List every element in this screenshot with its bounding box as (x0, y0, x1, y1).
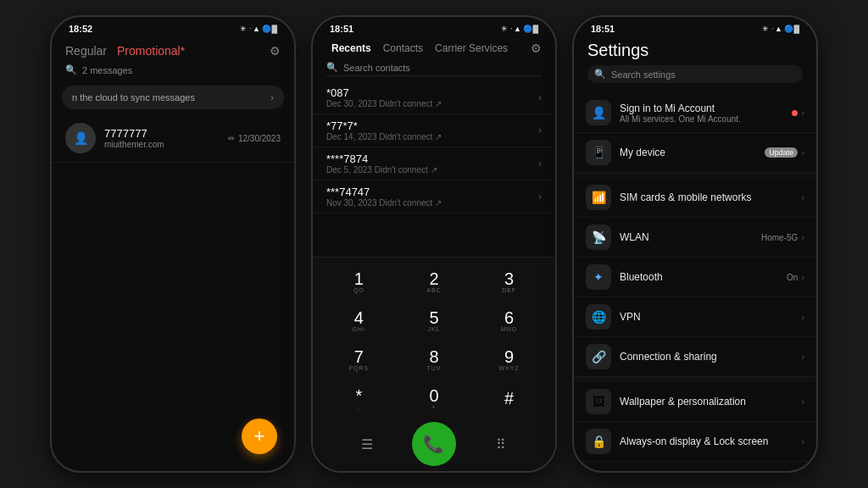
message-date: ✏ 12/30/2023 (228, 134, 281, 143)
bluetooth-icon: ✦ (586, 264, 611, 290)
call-date: Nov 30, 2023 Didn't connect ↗ (326, 198, 538, 208)
time-2: 18:51 (330, 24, 353, 34)
lockscreen-name: Always-on display & Lock screen (620, 435, 801, 447)
settings-sim-info: SIM cards & mobile networks (620, 191, 801, 203)
messages-content: Regular Promotional* ⚙ 🔍 2 messages n th… (52, 37, 294, 471)
pencil-icon: ✏ (228, 134, 235, 143)
call-arrow: › (538, 92, 542, 103)
settings-account-info: Sign in to Mi Account All Mi services. O… (620, 103, 792, 124)
list-item[interactable]: 👤 7777777 miuithemer.com ✏ 12/30/2023 (52, 114, 294, 163)
search-icon-dialer: 🔍 (326, 62, 338, 73)
call-number: *77*7* (326, 119, 538, 132)
status-icons-3: ✳ ᐧ ▲ 🔵▓ (762, 25, 799, 33)
account-sub: All Mi services. One Mi Account. (620, 114, 792, 124)
key-1[interactable]: 1QO (330, 263, 387, 300)
key-5[interactable]: 5JKL (405, 302, 463, 339)
settings-wallpaper-info: Wallpaper & personalization (620, 396, 801, 408)
settings-item-bluetooth[interactable]: ✦ Bluetooth On › (574, 258, 816, 297)
settings-item-mi-account[interactable]: 👤 Sign in to Mi Account All Mi services.… (574, 93, 816, 133)
messages-tabs: Regular Promotional* ⚙ (65, 44, 281, 58)
tab-contacts[interactable]: Contacts (378, 41, 428, 56)
key-4[interactable]: 4GHI (330, 302, 387, 339)
wlan-right: Home-5G › (761, 232, 804, 242)
connection-right: › (801, 352, 804, 362)
key-0[interactable]: 0+ (405, 380, 463, 417)
vpn-icon: 🌐 (586, 304, 611, 330)
settings-list: 👤 Sign in to Mi Account All Mi services.… (574, 93, 816, 471)
contact-name: 7777777 (104, 127, 228, 140)
call-arrow: › (538, 158, 542, 169)
chevron-right-icon: › (801, 232, 804, 242)
settings-wlan-info: WLAN (620, 231, 761, 243)
call-number: ****7874 (326, 152, 538, 165)
wlan-value: Home-5G (761, 233, 798, 242)
phone-settings: 18:51 ✳ ᐧ ▲ 🔵▓ Settings 🔍 Search setting… (572, 15, 818, 473)
menu-icon[interactable]: ☰ (338, 430, 396, 458)
status-icons-2: ✳ ᐧ ▲ 🔵▓ (501, 25, 538, 33)
messages-list: 👤 7777777 miuithemer.com ✏ 12/30/2023 (52, 114, 294, 471)
list-item[interactable]: *77*7* Dec 14, 2023 Didn't connect ↗ › (313, 114, 555, 147)
call-arrow: › (538, 191, 542, 202)
dialer-search[interactable]: 🔍 Search contacts (326, 59, 542, 76)
chevron-right-icon: › (801, 436, 804, 446)
account-name: Sign in to Mi Account (620, 103, 792, 114)
device-name: My device (620, 147, 765, 158)
dialer-content: Recents Contacts Carrier Services ⚙ 🔍 Se… (313, 37, 555, 471)
sync-text: n the cloud to sync messages (72, 92, 195, 103)
settings-search[interactable]: 🔍 Search settings (587, 65, 803, 83)
settings-item-wallpaper[interactable]: 🖼 Wallpaper & personalization › (574, 382, 816, 422)
key-3[interactable]: 3DEF (481, 263, 538, 300)
call-button[interactable]: 📞 (412, 422, 456, 466)
bluetooth-right: On › (787, 272, 804, 282)
tab-recents[interactable]: Recents (326, 41, 376, 56)
settings-title: Settings (587, 41, 803, 60)
list-item[interactable]: ***74747 Nov 30, 2023 Didn't connect ↗ › (313, 180, 555, 214)
call-number: ***74747 (326, 186, 538, 198)
sync-banner[interactable]: n the cloud to sync messages › (62, 86, 284, 109)
key-9[interactable]: 9WXYZ (481, 341, 538, 378)
gear-icon-dialer[interactable]: ⚙ (531, 42, 542, 55)
sync-arrow: › (270, 92, 274, 103)
call-arrow: › (538, 125, 542, 136)
settings-item-lockscreen[interactable]: 🔒 Always-on display & Lock screen › (574, 422, 816, 462)
dialpad: 1QO 2ABC 3DEF 4GHI 5JKL 6MNO 7PQRS 8TUV … (313, 258, 555, 471)
call-info: ***74747 Nov 30, 2023 Didn't connect ↗ (326, 186, 538, 208)
dialer-tabs: Recents Contacts Carrier Services ⚙ (326, 41, 542, 56)
key-star[interactable]: *, (330, 380, 387, 417)
dialpad-icon[interactable]: ⠿ (472, 430, 530, 458)
key-8[interactable]: 8TUV (405, 341, 463, 378)
notch-1 (139, 17, 207, 34)
call-number: *087 (326, 86, 538, 99)
list-item[interactable]: *087 Dec 30, 2023 Didn't connect ↗ › (313, 81, 555, 114)
notch-2 (400, 17, 468, 34)
key-7[interactable]: 7PQRS (330, 341, 387, 378)
sim-name: SIM cards & mobile networks (620, 191, 801, 203)
chevron-right-icon: › (801, 147, 804, 158)
compose-fab[interactable]: + (242, 419, 277, 454)
messages-count: 2 messages (82, 65, 132, 75)
settings-header: Settings 🔍 Search settings (574, 37, 816, 93)
avatar: 👤 (65, 123, 96, 153)
list-item[interactable]: ****7874 Dec 5, 2023 Didn't connect ↗ › (313, 147, 555, 180)
tab-carrier-services[interactable]: Carrier Services (430, 41, 513, 56)
key-hash[interactable]: # (481, 380, 538, 417)
chevron-right-icon: › (801, 352, 804, 362)
key-6[interactable]: 6MNO (481, 302, 538, 339)
settings-item-wlan[interactable]: 📡 WLAN Home-5G › (574, 218, 816, 258)
keypad-row-2: 4GHI 5JKL 6MNO (321, 302, 547, 339)
settings-item-connection[interactable]: 🔗 Connection & sharing › (574, 337, 816, 377)
recent-calls-list: *087 Dec 30, 2023 Didn't connect ↗ › *77… (313, 81, 555, 258)
contact-sub: miuithemer.com (104, 140, 228, 149)
chevron-right-icon: › (801, 396, 804, 407)
tab-promotional[interactable]: Promotional* (117, 44, 185, 58)
gear-icon-messages[interactable]: ⚙ (270, 44, 281, 58)
status-icons-1: ✳ ᐧ ▲ 🔵▓ (240, 25, 277, 33)
settings-item-vpn[interactable]: 🌐 VPN › (574, 297, 816, 337)
sim-right: › (801, 192, 804, 202)
lockscreen-right: › (801, 436, 804, 446)
search-icon-messages: 🔍 (65, 64, 77, 75)
key-2[interactable]: 2ABC (405, 263, 463, 300)
tab-regular[interactable]: Regular (65, 44, 107, 58)
settings-item-my-device[interactable]: 📱 My device Update › (574, 133, 816, 173)
settings-item-sim[interactable]: 📶 SIM cards & mobile networks › (574, 178, 816, 218)
